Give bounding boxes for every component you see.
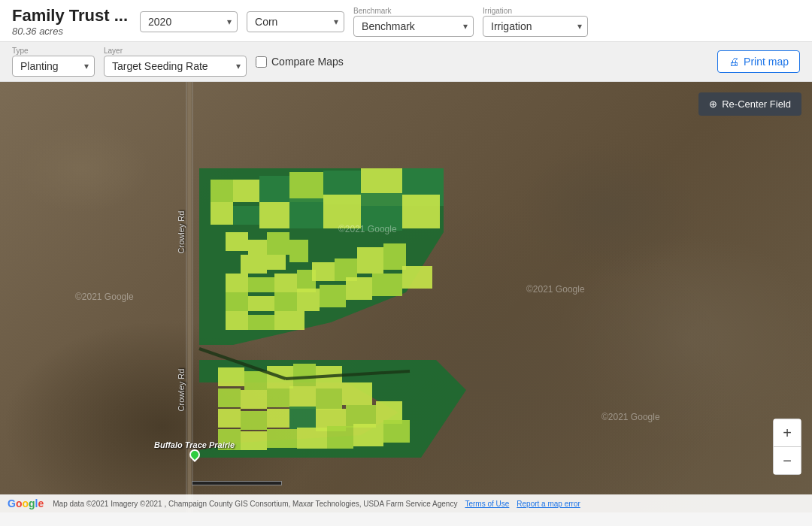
irrigation-select[interactable]: Irrigation [483,16,588,37]
terms-link[interactable]: Terms of Use [465,500,509,508]
type-select[interactable]: Planting Harvest [12,56,95,77]
irrigation-label: Irrigation [483,7,512,15]
benchmark-group: Benchmark Benchmark [353,7,474,37]
zoom-controls: + − [773,419,801,475]
map-data-text: Map data ©2021 Imagery ©2021 , Champaign… [53,500,457,508]
benchmark-label: Benchmark [353,7,392,15]
header: Family Trust ... 80.36 acres 2020 2019 2… [0,0,812,42]
print-button[interactable]: 🖨 Print map [717,50,800,73]
scale-bar [192,481,282,485]
prairie-marker: Buffalo Trace Prairie [154,440,235,461]
layer-group: Layer Target Seeding Rate Applied Seedin… [104,47,247,77]
google-logo: Google [8,497,44,509]
layer-label: Layer [104,47,123,55]
compare-maps-text: Compare Maps [271,56,344,68]
year-select[interactable]: 2020 2019 2018 [140,11,238,32]
layer-dropdown-wrapper[interactable]: Target Seeding Rate Applied Seeding Rate [104,56,247,77]
title-block: Family Trust ... 80.36 acres [12,6,128,37]
printer-icon: 🖨 [729,56,739,68]
benchmark-select[interactable]: Benchmark [353,16,474,37]
zoom-in-button[interactable]: + [774,419,801,446]
type-dropdown-wrapper[interactable]: Planting Harvest [12,56,95,77]
compare-maps-label[interactable]: Compare Maps [256,56,344,68]
crop-select[interactable]: Corn Soybeans [247,11,344,32]
field-acres: 80.36 acres [12,26,128,37]
irrigation-group: Irrigation Irrigation [483,7,588,37]
map-container[interactable]: ©2021 Google ©2021 Google ©2021 Google ©… [0,82,812,512]
prairie-pin [187,447,202,462]
map-background [0,82,812,512]
layer-select[interactable]: Target Seeding Rate Applied Seeding Rate [104,56,247,77]
irrigation-dropdown-wrapper[interactable]: Irrigation [483,16,588,37]
print-label: Print map [744,56,789,68]
zoom-out-button[interactable]: − [774,447,801,474]
type-group: Type Planting Harvest [12,47,95,77]
year-dropdown-wrapper[interactable]: 2020 2019 2018 [140,11,238,32]
crop-dropdown-wrapper[interactable]: Corn Soybeans [247,11,344,32]
recenter-button[interactable]: ⊕ Re-Center Field [698,92,801,116]
toolbar: Type Planting Harvest Layer Target Seedi… [0,42,812,82]
field-title: Family Trust ... [12,6,128,26]
recenter-icon: ⊕ [709,98,717,110]
recenter-label: Re-Center Field [722,98,791,110]
prairie-label: Buffalo Trace Prairie [154,440,235,449]
report-link[interactable]: Report a map error [517,500,580,508]
compare-maps-checkbox[interactable] [256,56,267,68]
benchmark-dropdown-wrapper[interactable]: Benchmark [353,16,474,37]
type-label: Type [12,47,29,55]
map-bottom-bar: Google Map data ©2021 Imagery ©2021 , Ch… [0,494,812,512]
